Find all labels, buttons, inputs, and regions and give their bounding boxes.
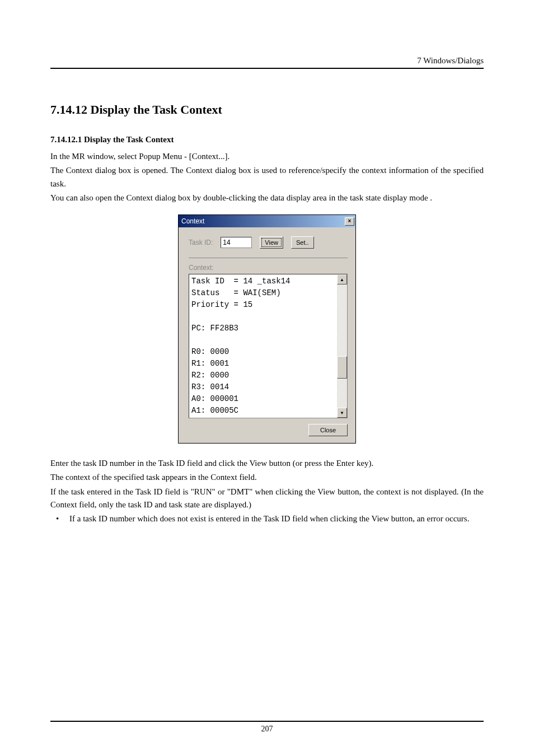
paragraph-3: You can also open the Context dialog box… [50,192,484,204]
task-id-row: Task ID: View Set.. [189,236,348,258]
dialog-body: Task ID: View Set.. Context: Task ID = 1… [179,227,355,443]
bullet-text: If a task ID number which does not exist… [69,512,469,525]
subsection-heading: 7.14.12.1 Display the Task Context [50,135,484,144]
scroll-down-icon[interactable]: ▼ [337,408,347,418]
dialog-footer: Close [189,418,348,436]
scroll-thumb[interactable] [337,356,347,379]
dialog-titlebar: Context × [179,215,355,227]
paragraph-2: The Context dialog box is opened. The Co… [50,164,484,190]
close-icon[interactable]: × [345,217,354,226]
task-id-label: Task ID: [189,239,213,246]
after-p1: Enter the task ID number in the Task ID … [50,457,484,470]
task-id-input[interactable] [221,237,252,248]
page-footer: 207 [50,721,484,734]
after-p3: If the task entered in the Task ID field… [50,486,484,512]
dialog-screenshot: Context × Task ID: View Set.. Context: T… [50,214,484,444]
section-heading: 7.14.12 Display the Task Context [50,102,484,117]
paragraph-1: In the MR window, select Popup Menu - [C… [50,150,484,163]
context-textarea: Task ID = 14 _task14 Status = WAI(SEM) P… [189,274,348,418]
after-p2: The context of the specified task appear… [50,471,484,484]
scroll-up-icon[interactable]: ▲ [337,274,347,284]
bullet-item: • If a task ID number which does not exi… [56,512,484,525]
context-label: Context: [189,264,348,272]
page-number: 207 [50,721,484,734]
view-button[interactable]: View [260,236,283,249]
vertical-scrollbar[interactable]: ▲ ▼ [337,274,347,418]
bullet-marker-icon: • [56,512,69,525]
page-header-chapter: 7 Windows/Dialogs [50,56,484,69]
dialog-title: Context [181,217,204,225]
scroll-track[interactable] [337,284,347,408]
set-button[interactable]: Set.. [291,236,314,249]
close-button[interactable]: Close [308,424,348,436]
context-content: Task ID = 14 _task14 Status = WAI(SEM) P… [189,274,337,418]
context-dialog: Context × Task ID: View Set.. Context: T… [178,214,356,444]
